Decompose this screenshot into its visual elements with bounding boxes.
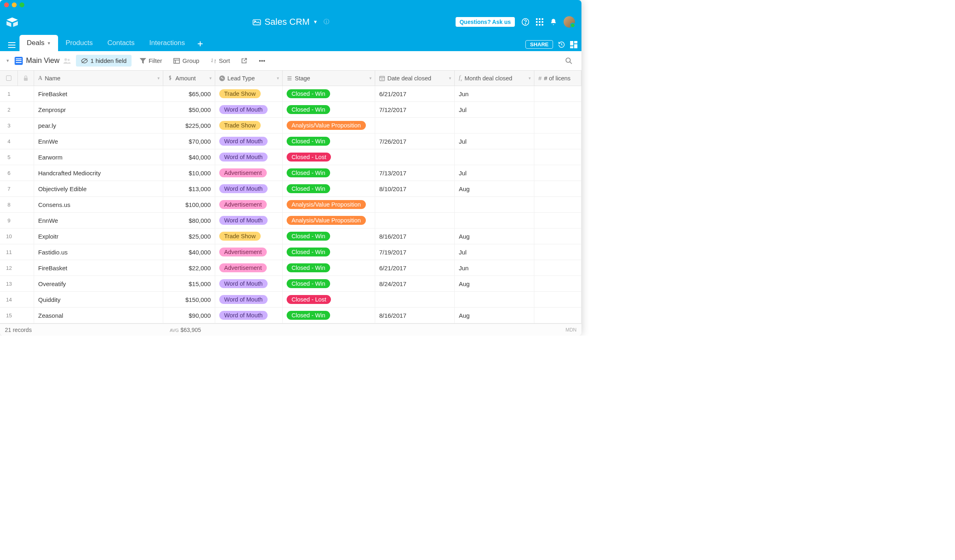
cell-date-closed[interactable]: 7/19/2017 [375,244,455,260]
cell-stage[interactable]: Closed - Win [283,260,375,276]
cell-month-closed[interactable]: Aug [455,308,534,323]
cell-licenses[interactable] [534,197,581,212]
base-title[interactable]: Sales CRM ▼ ⓘ [252,17,329,27]
table-tab-contacts[interactable]: Contacts [100,35,142,51]
cell-name[interactable]: Zenprospr [34,102,163,117]
view-switcher[interactable]: Main View [15,56,71,65]
group-button[interactable]: Group [170,55,203,67]
table-row[interactable]: 13Overeatify$15,000Word of MouthClosed -… [0,276,581,292]
cell-name[interactable]: Overeatify [34,276,163,291]
grid-body[interactable]: 1FireBasket$65,000Trade ShowClosed - Win… [0,86,581,323]
cell-date-closed[interactable] [375,149,455,165]
cell-name[interactable]: Consens.us [34,197,163,212]
menu-hamburger-icon[interactable] [4,39,19,51]
cell-stage[interactable]: Closed - Win [283,244,375,260]
cell-licenses[interactable] [534,86,581,101]
minimize-window-button[interactable] [12,2,17,7]
table-row[interactable]: 6Handcrafted Mediocrity$10,000Advertisem… [0,165,581,181]
cell-month-closed[interactable]: Jun [455,86,534,101]
cell-date-closed[interactable]: 8/24/2017 [375,276,455,291]
cell-date-closed[interactable]: 7/12/2017 [375,102,455,117]
cell-date-closed[interactable] [375,118,455,133]
column-header-name[interactable]: A Name▼ [34,71,163,86]
apps-grid-icon[interactable] [536,18,543,26]
table-tab-deals[interactable]: Deals▼ [19,35,58,51]
column-header-stage[interactable]: Stage▼ [283,71,375,86]
cell-name[interactable]: FireBasket [34,260,163,276]
cell-date-closed[interactable] [375,213,455,228]
cell-lead-type[interactable]: Advertisement [215,260,283,276]
column-header-licenses[interactable]: # # of licens [534,71,581,86]
cell-lead-type[interactable]: Word of Mouth [215,181,283,196]
cell-licenses[interactable] [534,213,581,228]
close-window-button[interactable] [4,2,9,7]
cell-amount[interactable]: $22,000 [163,260,215,276]
select-all-checkbox[interactable] [0,71,18,86]
column-header-amount[interactable]: Amount▼ [163,71,215,86]
table-row[interactable]: 15Zeasonal$90,000Word of MouthClosed - W… [0,308,581,323]
cell-licenses[interactable] [534,118,581,133]
table-row[interactable]: 7Objectively Edible$13,000Word of MouthC… [0,181,581,197]
user-avatar[interactable] [564,16,575,28]
column-header-date[interactable]: 31 Date deal closed▼ [375,71,455,86]
cell-month-closed[interactable]: Aug [455,228,534,244]
table-row[interactable]: 8Consens.us$100,000AdvertisementAnalysis… [0,197,581,213]
blocks-icon[interactable] [570,41,577,48]
cell-amount[interactable]: $10,000 [163,165,215,181]
cell-month-closed[interactable]: Jun [455,260,534,276]
column-header-month[interactable]: fx Month deal closed▼ [455,71,534,86]
table-row[interactable]: 5Earworm$40,000Word of MouthClosed - Los… [0,149,581,165]
info-icon[interactable]: ⓘ [324,18,329,26]
cell-date-closed[interactable]: 8/16/2017 [375,228,455,244]
share-view-button[interactable] [238,55,251,66]
table-row[interactable]: 10Exploitr$25,000Trade ShowClosed - Win8… [0,228,581,244]
cell-amount[interactable]: $70,000 [163,134,215,149]
cell-stage[interactable]: Closed - Win [283,181,375,196]
table-row[interactable]: 3pear.ly$225,000Trade ShowAnalysis/Value… [0,118,581,134]
maximize-window-button[interactable] [19,2,24,7]
cell-month-closed[interactable] [455,292,534,307]
cell-amount[interactable]: $15,000 [163,276,215,291]
cell-stage[interactable]: Analysis/Value Proposition [283,118,375,133]
cell-amount[interactable]: $90,000 [163,308,215,323]
cell-month-closed[interactable] [455,149,534,165]
cell-lead-type[interactable]: Trade Show [215,86,283,101]
cell-licenses[interactable] [534,276,581,291]
cell-name[interactable]: Objectively Edible [34,181,163,196]
cell-lead-type[interactable]: Word of Mouth [215,292,283,307]
cell-amount[interactable]: $40,000 [163,244,215,260]
cell-date-closed[interactable]: 8/10/2017 [375,181,455,196]
cell-lead-type[interactable]: Advertisement [215,197,283,212]
cell-name[interactable]: Handcrafted Mediocrity [34,165,163,181]
cell-amount[interactable]: $225,000 [163,118,215,133]
table-row[interactable]: 9EnnWe$80,000Word of MouthAnalysis/Value… [0,213,581,228]
share-button[interactable]: SHARE [525,40,553,49]
cell-date-closed[interactable]: 6/21/2017 [375,260,455,276]
cell-month-closed[interactable]: Jul [455,134,534,149]
hidden-fields-button[interactable]: 1 hidden field [76,55,132,67]
cell-month-closed[interactable] [455,118,534,133]
table-row[interactable]: 4EnnWe$70,000Word of MouthClosed - Win7/… [0,134,581,149]
cell-stage[interactable]: Closed - Win [283,228,375,244]
cell-amount[interactable]: $50,000 [163,102,215,117]
cell-lead-type[interactable]: Trade Show [215,228,283,244]
cell-licenses[interactable] [534,165,581,181]
search-button[interactable] [562,55,576,67]
cell-amount[interactable]: $80,000 [163,213,215,228]
cell-name[interactable]: Quiddity [34,292,163,307]
more-options-button[interactable]: ••• [255,55,268,67]
cell-amount[interactable]: $25,000 [163,228,215,244]
table-tab-products[interactable]: Products [58,35,100,51]
cell-date-closed[interactable]: 7/26/2017 [375,134,455,149]
cell-stage[interactable]: Closed - Win [283,86,375,101]
cell-stage[interactable]: Closed - Win [283,276,375,291]
cell-month-closed[interactable]: Jul [455,165,534,181]
cell-licenses[interactable] [534,244,581,260]
questions-button[interactable]: Questions? Ask us [456,17,515,27]
cell-licenses[interactable] [534,181,581,196]
sort-button[interactable]: Sort [207,55,233,67]
table-row[interactable]: 1FireBasket$65,000Trade ShowClosed - Win… [0,86,581,102]
cell-amount[interactable]: $100,000 [163,197,215,212]
cell-amount[interactable]: $13,000 [163,181,215,196]
table-row[interactable]: 2Zenprospr$50,000Word of MouthClosed - W… [0,102,581,118]
